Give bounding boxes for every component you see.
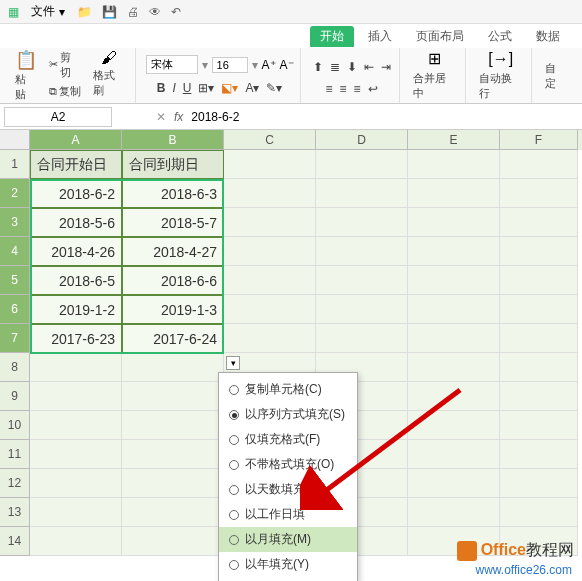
merge-center-button[interactable]: 合并居中 [410, 70, 459, 102]
menu-fill-months[interactable]: 以月填充(M) [219, 527, 357, 552]
menu-fill-days[interactable]: 以天数填充(D) [219, 477, 357, 502]
cancel-icon[interactable]: ✕ [156, 110, 166, 124]
fx-icon[interactable]: fx [174, 110, 183, 124]
row-header-4[interactable]: 4 [0, 237, 30, 266]
auto-wrap-icon[interactable]: [→] [488, 50, 513, 68]
formula-input[interactable] [191, 110, 491, 124]
cell-b7[interactable]: 2017-6-24 [122, 324, 224, 353]
col-header-f[interactable]: F [500, 130, 578, 150]
undo-icon[interactable]: ↶ [171, 5, 181, 19]
row-header-1[interactable]: 1 [0, 150, 30, 179]
font-group: 宋体 ▾ 16 ▾ A⁺ A⁻ B I U ⊞▾ ⬕▾ A▾ ✎▾ [140, 48, 301, 103]
menu-fill-series[interactable]: 以序列方式填充(S) [219, 402, 357, 427]
align-center-icon[interactable]: ≡ [338, 81, 349, 97]
auto-wrap-button[interactable]: 自动换行 [476, 70, 525, 102]
cell-a1[interactable]: 合同开始日 [30, 150, 122, 179]
bold-button[interactable]: B [155, 80, 168, 96]
align-right-icon[interactable]: ≡ [352, 81, 363, 97]
autofill-options-button[interactable]: ▾ [226, 356, 240, 370]
row-header-3[interactable]: 3 [0, 208, 30, 237]
format-painter-icon[interactable]: 🖌 [101, 49, 117, 67]
cell-b4[interactable]: 2018-4-27 [122, 237, 224, 266]
row-header-13[interactable]: 13 [0, 498, 30, 527]
cell-b3[interactable]: 2018-5-7 [122, 208, 224, 237]
row-header-8[interactable]: 8 [0, 353, 30, 382]
indent-left-icon[interactable]: ⇤ [362, 59, 376, 75]
row-header-7[interactable]: 7 [0, 324, 30, 353]
autofill-menu: 复制单元格(C) 以序列方式填充(S) 仅填充格式(F) 不带格式填充(O) 以… [218, 372, 358, 581]
cell-b6[interactable]: 2019-1-3 [122, 295, 224, 324]
cell-f1[interactable] [500, 150, 578, 179]
increase-font-icon[interactable]: A⁺ [262, 58, 276, 72]
col-header-a[interactable]: A [30, 130, 122, 150]
row-header-14[interactable]: 14 [0, 527, 30, 556]
row-header-2[interactable]: 2 [0, 179, 30, 208]
watermark: Office教程网 [457, 540, 574, 561]
font-color-button[interactable]: A▾ [243, 80, 261, 96]
highlight-button[interactable]: ✎▾ [264, 80, 284, 96]
align-top-icon[interactable]: ⬆ [311, 59, 325, 75]
fill-color-button[interactable]: ⬕▾ [219, 80, 240, 96]
col-header-c[interactable]: C [224, 130, 316, 150]
row-header-12[interactable]: 12 [0, 469, 30, 498]
save-icon[interactable]: 💾 [102, 5, 117, 19]
spreadsheet-grid[interactable]: A B C D E F 1 合同开始日 合同到期日 2 2018-6-2 201… [0, 130, 582, 556]
indent-right-icon[interactable]: ⇥ [379, 59, 393, 75]
cell-a4[interactable]: 2018-4-26 [30, 237, 122, 266]
select-all-corner[interactable] [0, 130, 30, 150]
formula-bar-row: ✕ fx [0, 104, 582, 130]
cell-a2[interactable]: 2018-6-2 [30, 179, 122, 208]
menu-fill-workdays[interactable]: 以工作日填 [219, 502, 357, 527]
tab-start[interactable]: 开始 [310, 26, 354, 47]
open-icon[interactable]: 📁 [77, 5, 92, 19]
cell-e1[interactable] [408, 150, 500, 179]
file-menu[interactable]: 文件▾ [31, 3, 65, 20]
tab-data[interactable]: 数据 [526, 26, 570, 47]
underline-button[interactable]: U [181, 80, 194, 96]
border-button[interactable]: ⊞▾ [196, 80, 216, 96]
tab-layout[interactable]: 页面布局 [406, 26, 474, 47]
wrap-icon[interactable]: ↩ [366, 81, 380, 97]
cell-a3[interactable]: 2018-5-6 [30, 208, 122, 237]
menu-copy-cells[interactable]: 复制单元格(C) [219, 377, 357, 402]
row-header-6[interactable]: 6 [0, 295, 30, 324]
row-header-5[interactable]: 5 [0, 266, 30, 295]
name-box[interactable] [4, 107, 112, 127]
col-header-d[interactable]: D [316, 130, 408, 150]
menu-fill-without-format[interactable]: 不带格式填充(O) [219, 452, 357, 477]
align-left-icon[interactable]: ≡ [324, 81, 335, 97]
ribbon: 📋 粘贴 ✂剪切 ⧉复制 🖌 格式刷 宋体 ▾ 16 ▾ A⁺ A⁻ B I U [0, 48, 582, 104]
align-bottom-icon[interactable]: ⬇ [345, 59, 359, 75]
merge-icon[interactable]: ⊞ [428, 49, 441, 68]
copy-button[interactable]: ⧉复制 [46, 83, 84, 100]
format-painter-button[interactable]: 格式刷 [90, 67, 128, 99]
paste-icon[interactable]: 📋 [15, 49, 37, 71]
row-header-9[interactable]: 9 [0, 382, 30, 411]
row-header-10[interactable]: 10 [0, 411, 30, 440]
col-header-b[interactable]: B [122, 130, 224, 150]
paste-button[interactable]: 粘贴 [12, 71, 40, 103]
print-icon[interactable]: 🖨 [127, 5, 139, 19]
cell-b5[interactable]: 2018-6-6 [122, 266, 224, 295]
cell-d1[interactable] [316, 150, 408, 179]
col-header-e[interactable]: E [408, 130, 500, 150]
menu-fill-format-only[interactable]: 仅填充格式(F) [219, 427, 357, 452]
align-middle-icon[interactable]: ≣ [328, 59, 342, 75]
decrease-font-icon[interactable]: A⁻ [280, 58, 294, 72]
auto-settings-button[interactable]: 自定 [542, 60, 570, 92]
cell-b1[interactable]: 合同到期日 [122, 150, 224, 179]
menu-fill-years[interactable]: 以年填充(Y) [219, 552, 357, 577]
preview-icon[interactable]: 👁 [149, 5, 161, 19]
cell-a5[interactable]: 2018-6-5 [30, 266, 122, 295]
row-header-11[interactable]: 11 [0, 440, 30, 469]
cell-a6[interactable]: 2019-1-2 [30, 295, 122, 324]
font-name-select[interactable]: 宋体 [146, 55, 198, 74]
italic-button[interactable]: I [170, 80, 177, 96]
cut-button[interactable]: ✂剪切 [46, 49, 84, 81]
cell-a7[interactable]: 2017-6-23 [30, 324, 122, 353]
tab-insert[interactable]: 插入 [358, 26, 402, 47]
tab-formula[interactable]: 公式 [478, 26, 522, 47]
font-size-select[interactable]: 16 [212, 57, 248, 73]
cell-b2[interactable]: 2018-6-3 [122, 179, 224, 208]
cell-c1[interactable] [224, 150, 316, 179]
